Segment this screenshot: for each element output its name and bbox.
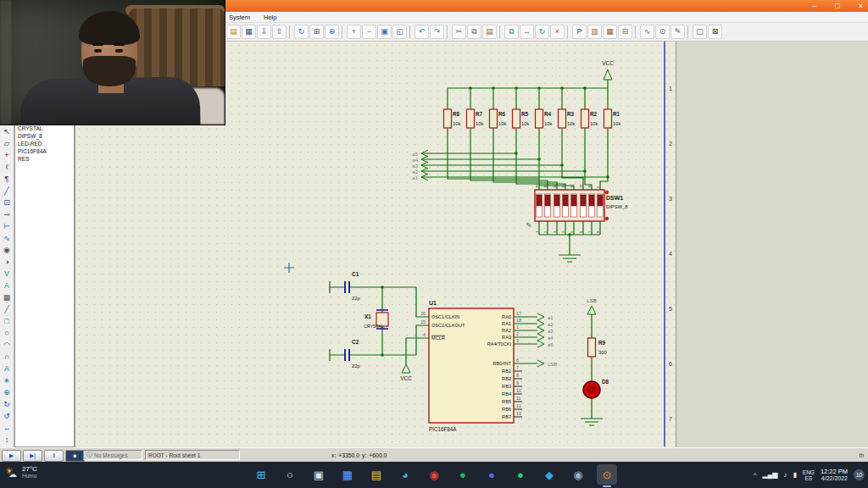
mode-tool-icon[interactable]: ◑ xyxy=(1,256,14,268)
close-button[interactable]: × xyxy=(859,0,863,12)
toolbar-icon[interactable]: ▦ xyxy=(242,25,256,39)
mode-tool-icon[interactable]: ↔ xyxy=(1,422,14,434)
mode-tool-icon[interactable]: ↕ xyxy=(1,434,14,446)
toolbar-icon[interactable]: ⧉ xyxy=(504,25,519,39)
taskbar-app-icon[interactable]: ◉ xyxy=(424,464,444,485)
mode-tool-icon[interactable]: □ xyxy=(1,315,14,327)
mode-tool-icon[interactable]: ╱ xyxy=(1,303,14,315)
mode-tool-icon[interactable]: ▦ xyxy=(1,291,14,303)
toolbar-icon[interactable]: + xyxy=(347,25,361,39)
taskbar-app-icon[interactable]: ◆ xyxy=(539,464,559,485)
simulation-button[interactable]: ■ xyxy=(65,450,85,462)
taskbar-app-icon[interactable]: ○ xyxy=(280,464,300,485)
toolbar-icon[interactable] xyxy=(687,25,690,39)
tray-icon[interactable]: ▮ xyxy=(793,472,796,479)
toolbar-icon[interactable]: P xyxy=(572,25,587,39)
mode-tool-icon[interactable]: ¶ xyxy=(1,173,14,185)
maximize-button[interactable]: □ xyxy=(835,0,839,12)
mode-tool-icon[interactable]: ↖ xyxy=(1,125,14,137)
taskbar-app-icon[interactable]: ⊙ xyxy=(597,464,617,485)
mode-tool-icon[interactable]: ⊕ xyxy=(1,386,14,398)
toolbar-icon[interactable]: ▢ xyxy=(693,25,707,39)
mode-tool-icon[interactable]: ◉ xyxy=(1,244,14,256)
toolbar-icon[interactable] xyxy=(289,25,292,39)
mode-tool-icon[interactable]: ▱ xyxy=(1,137,14,149)
toolbar-icon[interactable]: ▤ xyxy=(482,25,497,39)
toolbar-icon[interactable]: ▦ xyxy=(603,25,617,39)
taskbar-app-icon[interactable]: ▤ xyxy=(366,464,387,485)
mode-tool-icon[interactable]: ∗ xyxy=(1,374,14,386)
toolbar-icon[interactable]: ▣ xyxy=(377,25,392,39)
weather-widget[interactable]: ☀ ☁ 27°C Humo xyxy=(5,465,37,480)
toolbar-icon[interactable]: × xyxy=(550,25,565,39)
toolbar-icon[interactable]: ⇩ xyxy=(257,25,271,39)
simulation-button[interactable]: ‖ xyxy=(44,450,64,462)
mode-tool-icon[interactable]: ∿ xyxy=(1,232,14,244)
toolbar-icon[interactable] xyxy=(567,25,570,39)
pin-name: RA2 xyxy=(502,328,511,333)
mode-tool-icon[interactable]: ╱ xyxy=(1,185,14,197)
device-list-item[interactable]: DIPSW_8 xyxy=(18,132,74,140)
toolbar-icon[interactable]: ⇧ xyxy=(272,25,287,39)
taskbar-app-icon[interactable]: ▦ xyxy=(337,464,358,485)
device-list-item[interactable]: RES xyxy=(18,155,74,163)
menu-item[interactable]: Help xyxy=(264,14,276,21)
toolbar-icon[interactable]: ✂ xyxy=(452,25,466,39)
toolbar-icon[interactable]: ▥ xyxy=(587,25,602,39)
mode-tool-icon[interactable]: ↻ xyxy=(1,398,14,410)
taskbar-app-icon[interactable]: ⊞ xyxy=(251,464,271,485)
toolbar-icon[interactable]: ∿ xyxy=(640,25,654,39)
tray-icon[interactable]: ▂▄▆ xyxy=(762,472,777,479)
simulation-button[interactable]: ▶| xyxy=(23,450,42,462)
toolbar-icon[interactable] xyxy=(409,25,412,39)
taskbar-app-icon[interactable]: ▣ xyxy=(309,464,329,485)
mode-tool-icon[interactable]: ℓ xyxy=(1,161,14,173)
tray-icon[interactable]: ^ xyxy=(754,472,757,479)
menu-item[interactable]: System xyxy=(229,14,250,21)
toolbar-icon[interactable]: ↷ xyxy=(430,25,444,39)
toolbar-icon[interactable]: ▤ xyxy=(226,25,241,39)
toolbar-icon[interactable]: ↔ xyxy=(520,25,534,39)
toolbar-icon[interactable] xyxy=(499,25,502,39)
mode-tool-icon[interactable]: A xyxy=(1,363,14,374)
device-list-item[interactable]: CRYSTAL xyxy=(18,125,74,132)
mode-tool-icon[interactable]: A xyxy=(1,280,14,291)
taskbar-app-icon[interactable]: ● xyxy=(510,464,531,485)
mode-tool-icon[interactable]: ◠ xyxy=(1,339,14,351)
device-list-item[interactable]: LED-RED xyxy=(18,140,74,147)
toolbar-icon[interactable]: ⊕ xyxy=(325,25,339,39)
toolbar-icon[interactable] xyxy=(447,25,449,39)
toolbar-icon[interactable]: ⊞ xyxy=(309,25,324,39)
toolbar-icon[interactable]: ↻ xyxy=(294,25,309,39)
language-switcher[interactable]: ENG ES xyxy=(803,469,815,481)
mode-tool-icon[interactable]: ↺ xyxy=(1,410,14,422)
toolbar-icon[interactable]: ◱ xyxy=(392,25,407,39)
toolbar-icon[interactable] xyxy=(342,25,344,39)
mode-tool-icon[interactable]: ○ xyxy=(1,327,14,339)
clock[interactable]: 12:22 PM 4/22/2022 xyxy=(821,468,848,482)
toolbar-icon[interactable]: ⧉ xyxy=(467,25,481,39)
toolbar-icon[interactable]: ↻ xyxy=(535,25,549,39)
mode-tool-icon[interactable]: V xyxy=(1,268,14,280)
toolbar-icon[interactable]: ✎ xyxy=(670,25,685,39)
mode-tool-icon[interactable]: ⊸ xyxy=(1,208,14,220)
toolbar-icon[interactable]: ⊠ xyxy=(708,25,722,39)
tray-icon[interactable]: ♪ xyxy=(783,472,787,479)
notification-badge[interactable]: 10 xyxy=(854,469,865,480)
toolbar-icon[interactable]: − xyxy=(362,25,376,39)
toolbar-icon[interactable]: ⊟ xyxy=(618,25,632,39)
toolbar-icon[interactable]: ↶ xyxy=(415,25,429,39)
taskbar-app-icon[interactable]: ◕ xyxy=(395,464,415,485)
device-list-item[interactable]: PIC16F84A xyxy=(18,147,74,155)
mode-tool-icon[interactable]: ∩ xyxy=(1,351,14,363)
taskbar-app-icon[interactable]: ● xyxy=(481,464,502,485)
taskbar-app-icon[interactable]: ◉ xyxy=(568,464,588,485)
minimize-button[interactable]: – xyxy=(812,0,816,12)
taskbar-app-icon[interactable]: ● xyxy=(453,464,473,485)
toolbar-icon[interactable] xyxy=(635,25,637,39)
mode-tool-icon[interactable]: ⊡ xyxy=(1,197,14,208)
toolbar-icon[interactable]: ⊙ xyxy=(655,25,670,39)
mode-tool-icon[interactable]: + xyxy=(1,149,14,161)
mode-tool-icon[interactable]: ⊢ xyxy=(1,220,14,232)
simulation-button[interactable]: ▶ xyxy=(2,450,21,462)
